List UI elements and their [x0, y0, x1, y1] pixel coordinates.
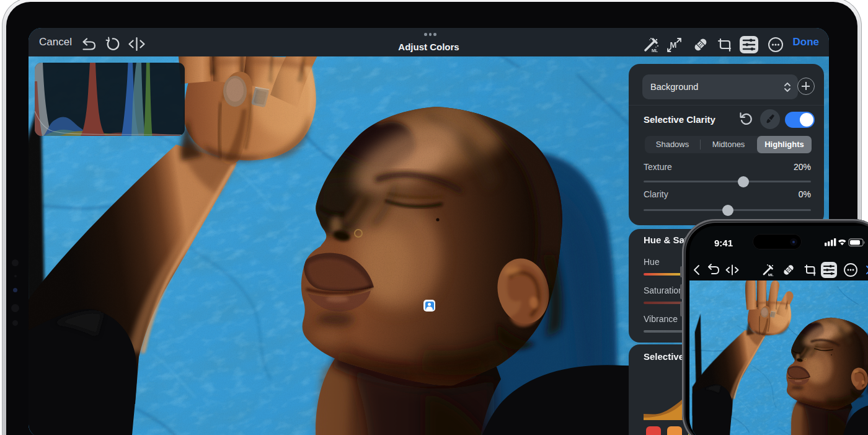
- svg-text:ML: ML: [652, 48, 658, 53]
- svg-text:ML: ML: [768, 273, 774, 277]
